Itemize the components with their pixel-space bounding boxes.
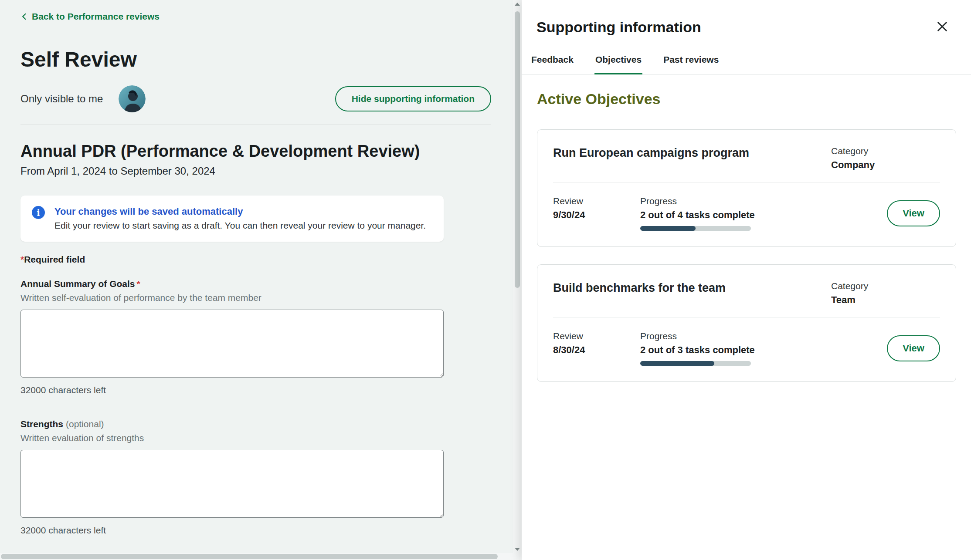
review-cycle-title: Annual PDR (Performance & Development Re… <box>20 142 491 161</box>
autosave-title: Your changes will be saved automatically <box>54 206 426 217</box>
objective-title: Run European campaigns program <box>553 145 831 160</box>
category-value: Team <box>831 294 940 306</box>
back-link[interactable]: Back to Performance reviews <box>20 11 160 22</box>
progress-text: 2 out of 4 tasks complete <box>640 209 784 221</box>
progress-label: Progress <box>640 196 784 207</box>
progress-bar <box>640 361 751 366</box>
progress-bar <box>640 226 751 231</box>
annual-summary-chars-left: 32000 characters left <box>20 385 491 396</box>
review-date: 8/30/24 <box>553 344 640 356</box>
chevron-left-icon <box>20 13 28 20</box>
drawer-body: Active Objectives Run European campaigns… <box>522 90 971 382</box>
required-asterisk: * <box>20 254 24 264</box>
progress-bar-fill <box>640 226 696 231</box>
objective-category: Category Company <box>831 145 940 171</box>
tab-objectives[interactable]: Objectives <box>594 54 642 74</box>
vertical-scrollbar[interactable] <box>513 0 522 553</box>
close-button[interactable] <box>933 17 952 37</box>
drawer-title: Supporting information <box>536 18 951 36</box>
progress-text: 2 out of 3 tasks complete <box>640 344 784 356</box>
horizontal-scrollbar[interactable] <box>0 553 513 560</box>
objective-progress: Progress 2 out of 3 tasks complete <box>640 331 784 366</box>
self-review-content: Back to Performance reviews Self Review … <box>0 0 513 553</box>
annual-summary-helper: Written self-evaluation of performance b… <box>20 292 491 304</box>
strengths-helper: Written evaluation of strengths <box>20 432 491 444</box>
objective-review: Review 9/30/24 <box>553 196 640 221</box>
info-icon <box>32 206 45 219</box>
objective-progress: Progress 2 out of 4 tasks complete <box>640 196 784 231</box>
progress-label: Progress <box>640 331 784 342</box>
card-divider <box>553 317 940 317</box>
strengths-textarea[interactable] <box>20 450 444 518</box>
drawer-tabs: Feedback Objectives Past reviews <box>522 54 971 74</box>
scrollbar-corner <box>513 553 522 560</box>
objective-card-header: Build benchmarks for the team Category T… <box>553 280 940 306</box>
category-label: Category <box>831 145 940 157</box>
close-icon <box>935 20 949 35</box>
objective-card-header: Run European campaigns program Category … <box>553 145 940 171</box>
required-field-note: *Required field <box>20 254 491 265</box>
tab-feedback[interactable]: Feedback <box>530 54 574 74</box>
back-link-label: Back to Performance reviews <box>32 11 160 22</box>
objective-card: Build benchmarks for the team Category T… <box>537 264 956 382</box>
optional-suffix: (optional) <box>66 419 104 429</box>
category-label: Category <box>831 280 940 292</box>
supporting-information-drawer: Supporting information Feedback Objectiv… <box>522 0 971 560</box>
self-review-panel: Back to Performance reviews Self Review … <box>0 0 522 560</box>
hide-supporting-info-button[interactable]: Hide supporting information <box>335 86 491 111</box>
objective-review: Review 8/30/24 <box>553 331 640 356</box>
progress-bar-fill <box>640 361 714 366</box>
view-objective-button[interactable]: View <box>887 200 940 226</box>
category-value: Company <box>831 159 940 171</box>
visibility-label: Only visible to me <box>20 93 103 105</box>
drawer-header: Supporting information <box>522 0 971 36</box>
required-note-label: Required field <box>24 254 85 264</box>
scroll-down-arrow-icon[interactable] <box>513 545 522 553</box>
scroll-up-arrow-icon[interactable] <box>513 0 522 8</box>
view-objective-button[interactable]: View <box>887 335 940 361</box>
autosave-body: Edit your review to start saving as a dr… <box>54 220 426 231</box>
annual-summary-label-text: Annual Summary of Goals <box>20 279 135 289</box>
review-date: 9/30/24 <box>553 209 640 221</box>
app-root: Back to Performance reviews Self Review … <box>0 0 971 560</box>
objective-category: Category Team <box>831 280 940 306</box>
horizontal-scrollbar-thumb[interactable] <box>1 554 498 559</box>
avatar <box>119 85 146 112</box>
card-divider <box>553 182 940 182</box>
annual-summary-label: Annual Summary of Goals* <box>20 278 491 290</box>
strengths-label-text: Strengths <box>20 419 63 429</box>
review-label: Review <box>553 196 640 207</box>
strengths-chars-left: 32000 characters left <box>20 525 491 536</box>
page-title: Self Review <box>20 47 491 71</box>
objective-card: Run European campaigns program Category … <box>537 129 956 247</box>
strengths-label: Strengths(optional) <box>20 418 491 430</box>
section-divider <box>20 125 491 125</box>
autosave-banner-text: Your changes will be saved automatically… <box>54 206 426 231</box>
objective-title: Build benchmarks for the team <box>553 280 831 295</box>
annual-summary-textarea[interactable] <box>20 310 444 378</box>
review-label: Review <box>553 331 640 342</box>
autosave-banner: Your changes will be saved automatically… <box>20 196 444 242</box>
vertical-scrollbar-thumb[interactable] <box>515 11 520 288</box>
objective-card-details: Review 8/30/24 Progress 2 out of 3 tasks… <box>553 331 940 366</box>
required-asterisk: * <box>137 279 140 289</box>
tab-past-reviews[interactable]: Past reviews <box>662 54 720 74</box>
visibility-row: Only visible to me <box>20 85 491 112</box>
objective-card-details: Review 9/30/24 Progress 2 out of 4 tasks… <box>553 196 940 231</box>
active-objectives-title: Active Objectives <box>537 90 956 108</box>
review-period: From April 1, 2024 to September 30, 2024 <box>20 165 491 177</box>
